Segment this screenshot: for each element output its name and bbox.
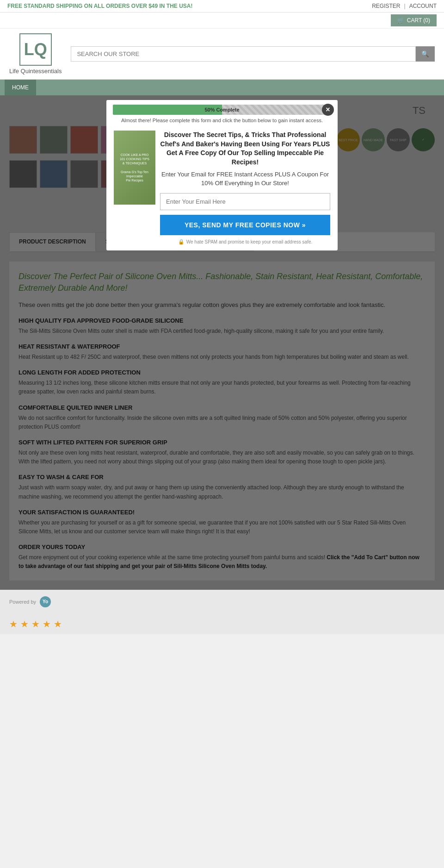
search-input[interactable]	[71, 46, 416, 62]
stars-row: ★ ★ ★ ★ ★	[0, 614, 444, 634]
progress-label: 50% Complete	[204, 107, 239, 112]
shipping-promo: FREE STANDARD SHIPPING ON ALL ORDERS OVE…	[7, 3, 193, 9]
modal-book-image: COOK LIKE A PRO101 COOKING TIPS& TECHNIQ…	[114, 131, 155, 245]
spam-note-text: We hate SPAM and promise to keep your em…	[186, 239, 313, 244]
modal-spam-note: 🔒 We hate SPAM and promise to keep your …	[160, 239, 330, 245]
top-bar: FREE STANDARD SHIPPING ON ALL ORDERS OVE…	[0, 0, 444, 12]
modal-email-input[interactable]	[160, 193, 330, 210]
logo-box: LQ	[19, 33, 52, 66]
close-icon: ×	[326, 106, 330, 114]
search-button[interactable]: 🔍	[416, 46, 435, 62]
logo-icon: LQ	[24, 40, 47, 59]
header: LQ Life Quintessentials 🔍	[0, 29, 444, 80]
progress-bar-area: 50% Complete Almost there! Please comple…	[106, 100, 338, 125]
search-bar: 🔍	[71, 46, 435, 62]
lock-icon: 🔒	[178, 239, 185, 245]
modal-right-content: Discover The Secret Tips, & Tricks That …	[160, 131, 330, 245]
star-4: ★	[43, 618, 51, 630]
star-1: ★	[9, 618, 18, 630]
powered-by-label: Powered by	[9, 599, 36, 605]
site-name: Life Quintessentials	[9, 68, 62, 75]
cart-button[interactable]: 🛒 CART (0)	[391, 14, 437, 26]
nav-home-label: HOME	[12, 84, 29, 91]
modal-close-button[interactable]: ×	[322, 104, 334, 116]
top-bar-links: REGISTER | ACCOUNT	[372, 3, 437, 9]
nav-item-home[interactable]: HOME	[5, 80, 36, 95]
search-icon: 🔍	[421, 50, 429, 57]
modal-sub-text: Enter Your Email for FREE Instant Access…	[160, 170, 330, 187]
progress-note: Almost there! Please complete this form …	[113, 118, 331, 123]
modal-overlay: × 50% Complete Almost there! Please comp…	[0, 95, 444, 590]
modal-cta-button[interactable]: YES, SEND MY FREE COPIES NOW »	[160, 215, 330, 235]
cart-bar: 🛒 CART (0)	[0, 12, 444, 29]
progress-bar-bg: 50% Complete	[113, 105, 331, 115]
footer-area: Powered by Yo	[0, 590, 444, 614]
modal-dialog: × 50% Complete Almost there! Please comp…	[106, 100, 338, 250]
logo-area: LQ Life Quintessentials	[9, 33, 62, 75]
nav-bar: HOME	[0, 80, 444, 95]
cart-label: CART (0)	[407, 17, 430, 24]
modal-body: COOK LIKE A PRO101 COOKING TIPS& TECHNIQ…	[106, 125, 338, 250]
account-link[interactable]: ACCOUNT	[409, 3, 437, 9]
divider: |	[404, 3, 406, 9]
star-5: ★	[54, 618, 62, 630]
book-label: COOK LIKE A PRO101 COOKING TIPS& TECHNIQ…	[120, 153, 149, 182]
cart-icon: 🛒	[397, 17, 404, 24]
star-3: ★	[31, 618, 40, 630]
modal-headline: Discover The Secret Tips, & Tricks That …	[160, 131, 330, 167]
register-link[interactable]: REGISTER	[372, 3, 400, 9]
star-2: ★	[20, 618, 29, 630]
main-content: TS BEST PRICE HAND MADE FAST SHIP ✓ SEE …	[0, 95, 444, 590]
book-placeholder: COOK LIKE A PRO101 COOKING TIPS& TECHNIQ…	[114, 131, 155, 205]
powered-logo: Yo	[40, 596, 51, 607]
